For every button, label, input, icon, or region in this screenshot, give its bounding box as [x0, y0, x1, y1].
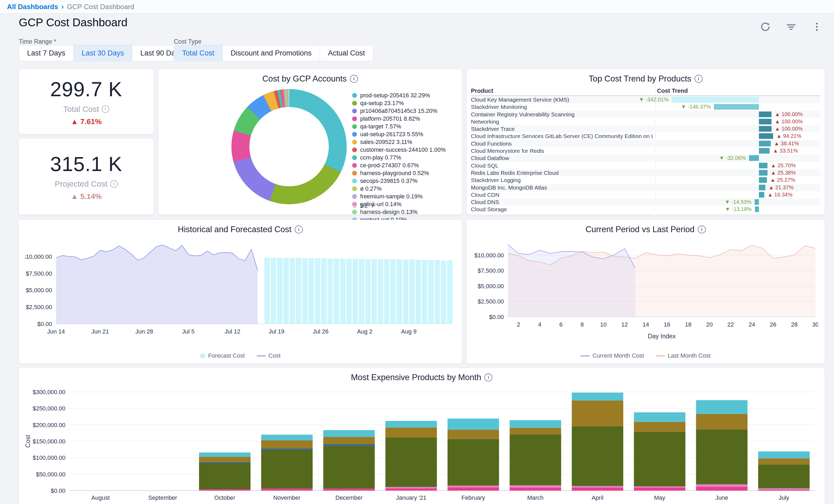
legend-item-platform-205701[interactable]: platform-205701 8.82%	[352, 115, 457, 123]
legend-item-uat-setup-261723[interactable]: uat-setup-261723 5.55%	[352, 131, 457, 138]
legend-item-ce-prod-274307[interactable]: ce-prod-274307 0.67%	[352, 162, 457, 169]
trend-percent: ▲ 38.41%	[774, 140, 799, 147]
legend-item-harness-design[interactable]: harness-design 0.13%	[352, 208, 457, 216]
table-row[interactable]: Cloud Dataflow▼ -32.06%	[471, 154, 820, 162]
trend-bar	[759, 141, 771, 146]
legend-dot	[352, 178, 357, 183]
table-row[interactable]: Cloud CDN▲ 16.34%	[471, 191, 820, 198]
info-icon[interactable]: i	[350, 75, 358, 83]
breadcrumb-all-dashboards-link[interactable]: All Dashboards	[7, 3, 58, 11]
product-cell: MongoDB Inc. MongoDB Atlas	[471, 184, 653, 191]
legend-item-qa-target[interactable]: qa-target 7.57%	[352, 123, 457, 130]
svg-text:April: April	[592, 494, 603, 501]
panel-title: Top Cost Trend by Productsi	[471, 69, 820, 84]
trend-percent: ▲ 100.00%	[775, 118, 803, 125]
total-cost-delta: ▲ 7.61%	[71, 117, 102, 126]
cost-type-option-total-cost[interactable]: Total Cost	[174, 45, 223, 61]
legend-label: ø 0.27%	[360, 185, 381, 193]
table-row[interactable]: Cloud DNS▼ -14.53%	[471, 198, 820, 205]
legend-item-current-month-cost[interactable]: Current Month Cost	[580, 352, 644, 359]
svg-text:$5,000.00: $5,000.00	[478, 283, 504, 289]
svg-text:November: November	[273, 494, 300, 501]
legend-dot	[352, 116, 357, 121]
legend-item-forecast-cost[interactable]: Forecast Cost	[200, 352, 245, 359]
legend-dot	[352, 148, 357, 152]
refresh-icon[interactable]	[760, 21, 771, 33]
svg-text:$0.00: $0.00	[51, 487, 65, 494]
cost-type-option-discount-and-promotions[interactable]: Discount and Promotions	[223, 45, 320, 61]
product-cell: Cloud CDN	[471, 191, 653, 198]
legend-item-secops-239815[interactable]: secops-239815 0.37%	[352, 177, 457, 185]
legend-item-qa-setup[interactable]: qa-setup 23.17%	[352, 100, 457, 107]
legend-item-prod-setup-205416[interactable]: prod-setup-205416 32.29%	[352, 92, 457, 99]
svg-text:Jul 5: Jul 5	[182, 328, 194, 335]
legend-item-pr10406a87045145c3[interactable]: pr10406a87045145c3 15.20%	[352, 107, 457, 115]
dashboard-actions	[760, 21, 823, 33]
cost-type-label: Cost Type	[174, 38, 201, 45]
info-icon[interactable]: i	[102, 105, 109, 113]
svg-text:$50,000.00: $50,000.00	[36, 471, 65, 478]
legend-item-freemium-sample[interactable]: freemium-sample 0.19%	[352, 193, 457, 200]
trend-bar	[672, 97, 759, 103]
trend-percent: ▼ -14.53%	[725, 198, 751, 205]
column-header-cost-trend[interactable]: Cost Trend	[657, 87, 688, 94]
time-range-label: Time Range *	[19, 38, 56, 45]
legend-label: Last Month Cost	[667, 352, 710, 359]
product-cell: Container Registry Vulnerability Scannin…	[471, 111, 653, 118]
svg-text:$7,500.00: $7,500.00	[478, 267, 504, 274]
legend-label: harness-playground 0.52%	[360, 170, 429, 177]
table-row[interactable]: Cloud Memorystore for Redis▲ 33.51%	[471, 147, 820, 154]
legend-dot	[352, 101, 357, 106]
table-row[interactable]: Redis Labs Redis Enterprise Cloud▲ 25.38…	[471, 169, 820, 176]
time-range-option-last-30-days[interactable]: Last 30 Days	[74, 45, 132, 61]
legend-dot	[352, 171, 357, 176]
cost-type-option-actual-cost[interactable]: Actual Cost	[320, 45, 373, 61]
table-row[interactable]: MongoDB Inc. MongoDB Atlas▲ 21.37%	[471, 184, 820, 191]
legend-item-ccm-play[interactable]: ccm-play 0.77%	[352, 154, 457, 161]
svg-text:June: June	[716, 494, 728, 501]
cost-type-group: Total CostDiscount and PromotionsActual …	[174, 45, 373, 61]
legend-page-up-icon[interactable]: ▲	[352, 203, 357, 209]
table-row[interactable]: Stackdriver Trace▲ 100.00%	[471, 125, 820, 132]
table-body: Cloud Key Management Service (KMS)▼ -342…	[471, 96, 820, 213]
legend-item-ø[interactable]: ø 0.27%	[352, 185, 457, 193]
trend-percent: ▲ 94.21%	[776, 132, 801, 140]
time-range-option-last-7-days[interactable]: Last 7 Days	[19, 45, 74, 61]
table-row[interactable]: Cloud Storage▼ -13.19%	[471, 205, 820, 213]
table-row[interactable]: Stackdriver Logging▲ 25.27%	[471, 176, 820, 184]
legend-item-harness-playground[interactable]: harness-playground 0.52%	[352, 170, 457, 177]
svg-text:$2,500.00: $2,500.00	[26, 304, 52, 310]
legend-dot	[352, 186, 357, 191]
legend-item-last-month-cost[interactable]: Last Month Cost	[656, 352, 710, 359]
trend-bar	[759, 192, 764, 198]
svg-text:24: 24	[748, 321, 755, 328]
table-row[interactable]: Container Registry Vulnerability Scannin…	[471, 111, 820, 118]
info-icon[interactable]: i	[110, 180, 118, 188]
more-menu-icon[interactable]	[811, 21, 823, 33]
filter-icon[interactable]	[785, 21, 797, 33]
total-cost-label: Total Costi	[63, 105, 109, 114]
table-row[interactable]: Cloud Infrastructure Services GitLab Ser…	[471, 132, 820, 140]
legend-item-sales-209522[interactable]: sales-209522 3.11%	[352, 138, 457, 146]
info-icon[interactable]: i	[695, 75, 703, 83]
table-row[interactable]: Cloud Key Management Service (KMS)▼ -342…	[471, 96, 820, 103]
table-row[interactable]: Networking▲ 100.00%	[471, 118, 820, 125]
info-icon[interactable]: i	[484, 373, 492, 381]
table-row[interactable]: Stackdriver Monitoring▼ -146.37%	[471, 103, 820, 110]
legend-item-cost[interactable]: Cost	[257, 352, 281, 359]
svg-text:$0.00: $0.00	[37, 321, 52, 327]
info-icon[interactable]: i	[698, 225, 706, 234]
info-icon[interactable]: i	[295, 225, 303, 234]
product-cell: Cloud Storage	[471, 205, 653, 213]
table-row[interactable]: Cloud SQL▲ 25.70%	[471, 162, 820, 169]
donut-legend: prod-setup-205416 32.29%qa-setup 23.17%p…	[352, 92, 457, 232]
legend-page-down-icon[interactable]: ▼	[370, 203, 375, 209]
svg-text:$150,000.00: $150,000.00	[33, 438, 65, 445]
column-header-product[interactable]: Product	[471, 87, 493, 94]
legend-item-customer-success-244100[interactable]: customer-success-244100 1.00%	[352, 146, 457, 154]
page-title: GCP Cost Dashboard	[19, 16, 127, 29]
legend-dot	[352, 155, 357, 160]
trend-bar	[714, 104, 759, 110]
svg-text:Jul 12: Jul 12	[224, 328, 240, 335]
table-row[interactable]: Cloud Functions▲ 38.41%	[471, 140, 820, 147]
